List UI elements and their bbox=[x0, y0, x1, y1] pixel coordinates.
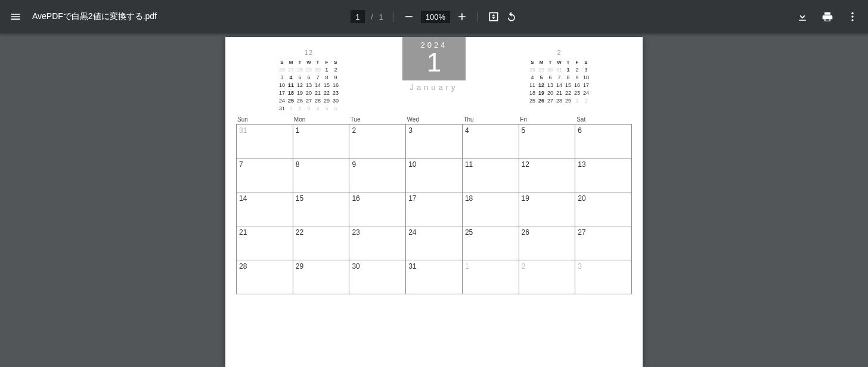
mini-month-title: 12 bbox=[278, 49, 340, 56]
mini-day: 29 bbox=[323, 97, 331, 105]
more-icon[interactable] bbox=[847, 11, 858, 23]
svg-point-1 bbox=[851, 15, 853, 17]
calendar-day: 26 bbox=[519, 226, 576, 260]
calendar-day: 15 bbox=[293, 192, 350, 226]
mini-day: 6 bbox=[305, 74, 313, 82]
mini-dow-cell: S bbox=[582, 58, 590, 66]
mini-row: 252627282912 bbox=[528, 97, 590, 105]
page-total: 1 bbox=[379, 13, 383, 21]
calendar-day: 19 bbox=[519, 192, 576, 226]
mini-day: 10 bbox=[582, 74, 590, 82]
mini-dow-cell: T bbox=[564, 58, 572, 66]
mini-row: 28293031123 bbox=[528, 66, 590, 74]
mini-day: 5 bbox=[296, 74, 304, 82]
mini-dow-row: SMTWTFS bbox=[528, 58, 590, 66]
calendar-day: 31 bbox=[237, 125, 293, 158]
calendar-day: 23 bbox=[349, 226, 406, 260]
toolbar-center: / 1 100% bbox=[351, 10, 517, 23]
mini-dow-cell: W bbox=[305, 58, 313, 66]
mini-day: 29 bbox=[305, 66, 313, 74]
mini-dow-cell: F bbox=[323, 58, 331, 66]
calendar-day: 1 bbox=[293, 125, 350, 158]
day-header: Sat bbox=[575, 116, 632, 124]
page-number-input[interactable] bbox=[351, 10, 365, 23]
calendar-day: 2 bbox=[519, 260, 576, 294]
menu-icon[interactable] bbox=[10, 11, 21, 23]
mini-day: 28 bbox=[314, 97, 322, 105]
calendar-day: 11 bbox=[463, 158, 519, 192]
main-calendar: SunMonTueWedThuFriSat 311234567891011121… bbox=[236, 116, 632, 294]
pdf-viewport[interactable]: 12SMTWTFS2627282930123456789101112131415… bbox=[0, 33, 868, 367]
print-icon[interactable] bbox=[822, 11, 833, 23]
mini-day: 31 bbox=[555, 66, 563, 74]
calendar-day: 17 bbox=[406, 192, 463, 226]
mini-row: 262728293012 bbox=[278, 66, 340, 74]
calendar-day: 24 bbox=[406, 226, 463, 260]
mini-day: 11 bbox=[287, 82, 295, 89]
mini-day: 14 bbox=[314, 82, 322, 89]
mini-dow-cell: M bbox=[537, 58, 545, 66]
rotate-icon[interactable] bbox=[506, 11, 517, 23]
calendar-day: 3 bbox=[575, 260, 631, 294]
mini-day: 9 bbox=[331, 74, 340, 82]
mini-dow-cell: T bbox=[296, 58, 304, 66]
mini-row: 17181920212223 bbox=[278, 89, 340, 97]
svg-point-2 bbox=[851, 19, 853, 21]
mini-day: 23 bbox=[573, 89, 581, 97]
mini-day: 28 bbox=[555, 97, 563, 105]
mini-day: 29 bbox=[537, 66, 545, 74]
calendar-day: 27 bbox=[575, 226, 631, 260]
zoom-in-button[interactable] bbox=[456, 11, 468, 23]
calendar-day: 7 bbox=[237, 158, 293, 192]
fit-page-icon[interactable] bbox=[488, 11, 500, 23]
download-icon[interactable] bbox=[796, 11, 808, 23]
calendar-day: 29 bbox=[293, 260, 350, 294]
calendar-day: 13 bbox=[575, 158, 631, 192]
mini-day: 12 bbox=[296, 82, 304, 89]
mini-day: 3 bbox=[582, 66, 590, 74]
mini-day: 24 bbox=[582, 89, 590, 97]
mini-day: 15 bbox=[323, 82, 331, 89]
mini-dow-row: SMTWTFS bbox=[278, 58, 340, 66]
day-header: Thu bbox=[462, 116, 519, 124]
mini-dow-cell: W bbox=[555, 58, 563, 66]
mini-day: 11 bbox=[528, 82, 537, 89]
mini-row: 3456789 bbox=[278, 74, 340, 82]
mini-dow-cell: T bbox=[314, 58, 322, 66]
mini-dow-cell: F bbox=[573, 58, 581, 66]
mini-day: 5 bbox=[323, 105, 331, 113]
mini-day: 20 bbox=[305, 89, 313, 97]
calendar-day: 25 bbox=[463, 226, 519, 260]
calendar-day: 30 bbox=[349, 260, 406, 294]
calendar-row: 31123456 bbox=[237, 125, 631, 158]
mini-day: 9 bbox=[573, 74, 581, 82]
day-header: Mon bbox=[293, 116, 349, 124]
mini-row: 24252627282930 bbox=[278, 97, 340, 105]
zoom-out-button[interactable] bbox=[403, 11, 415, 23]
mini-day: 13 bbox=[305, 82, 313, 89]
mini-day: 27 bbox=[546, 97, 554, 105]
calendar-day: 16 bbox=[349, 192, 406, 226]
calendar-day: 14 bbox=[237, 192, 293, 226]
mini-day: 19 bbox=[296, 89, 304, 97]
calendar-day: 8 bbox=[293, 158, 350, 192]
mini-day: 14 bbox=[555, 82, 563, 89]
day-header: Sun bbox=[236, 116, 293, 124]
mini-day: 3 bbox=[278, 74, 286, 82]
day-headers: SunMonTueWedThuFriSat bbox=[236, 116, 632, 124]
document-title: AvePDFで白黒2値に変換する.pdf bbox=[32, 11, 157, 22]
calendar-header: 12SMTWTFS2627282930123456789101112131415… bbox=[236, 49, 632, 113]
calendar-day: 3 bbox=[406, 125, 463, 158]
mini-day: 25 bbox=[528, 97, 537, 105]
calendar-day: 22 bbox=[293, 226, 350, 260]
calendar-row: 14151617181920 bbox=[237, 192, 631, 226]
day-header: Wed bbox=[406, 116, 463, 124]
mini-row: 11121314151617 bbox=[528, 82, 590, 89]
pdf-toolbar: AvePDFで白黒2値に変換する.pdf / 1 100% bbox=[0, 0, 868, 33]
separator bbox=[393, 11, 393, 22]
mini-day: 16 bbox=[331, 82, 340, 89]
mini-day: 30 bbox=[331, 97, 340, 105]
calendar-day: 4 bbox=[463, 125, 519, 158]
mini-row: 10111213141516 bbox=[278, 82, 340, 89]
toolbar-right bbox=[796, 11, 858, 23]
